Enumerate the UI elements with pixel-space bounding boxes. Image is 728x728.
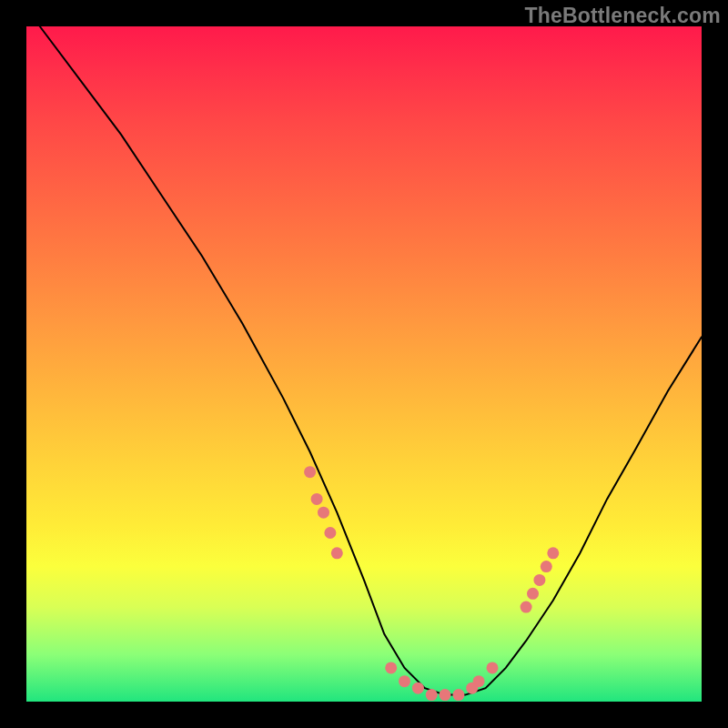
- data-dot: [412, 682, 424, 694]
- data-dot: [311, 493, 323, 505]
- curve-svg: [26, 26, 702, 702]
- data-dot: [541, 561, 552, 572]
- data-dot: [324, 527, 336, 539]
- plot-area: [26, 26, 702, 702]
- watermark-text: TheBottleneck.com: [524, 4, 721, 28]
- dot-group: [304, 466, 559, 701]
- data-dot: [426, 689, 438, 701]
- data-dot: [318, 507, 329, 519]
- chart-frame: TheBottleneck.com: [0, 0, 728, 728]
- bottleneck-curve: [40, 26, 702, 695]
- data-dot: [440, 689, 451, 701]
- data-dot: [473, 675, 485, 687]
- data-dot: [304, 466, 316, 478]
- data-dot: [527, 588, 539, 600]
- data-dot: [385, 662, 397, 673]
- data-dot: [487, 662, 499, 673]
- data-dot: [521, 602, 532, 613]
- data-dot: [331, 547, 343, 559]
- data-dot: [533, 574, 545, 586]
- data-dot: [399, 675, 410, 687]
- data-dot: [547, 547, 559, 559]
- data-dot: [452, 689, 464, 701]
